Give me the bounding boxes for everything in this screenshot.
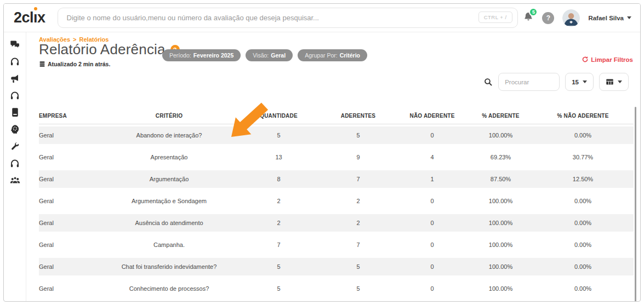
cell-nao-aderente: 0 xyxy=(395,198,469,204)
cell-empresa: Geral xyxy=(39,285,102,292)
chat-icon xyxy=(10,40,20,49)
sidebar-item-users[interactable] xyxy=(9,175,20,185)
clear-filters-button[interactable]: Limpar Filtros xyxy=(582,56,633,63)
chevron-down-icon xyxy=(627,16,631,19)
cell-nao-aderente: 1 xyxy=(395,176,469,182)
cell-empresa: Geral xyxy=(39,263,102,270)
user-name: Rafael Silva xyxy=(588,15,624,21)
filter-chips: Período:Fevereiro 2025 Visão:Geral Agrup… xyxy=(162,49,367,61)
keyboard-shortcut-hint: CTRL + / xyxy=(478,11,512,23)
cell-empresa: Geral xyxy=(39,154,102,160)
cell-empresa: Geral xyxy=(39,132,102,139)
cell-nao-aderente: 4 xyxy=(395,154,469,160)
logo-text-end: x xyxy=(37,9,45,26)
vertical-scrollbar[interactable] xyxy=(635,107,636,302)
headset-icon xyxy=(10,159,20,168)
sidebar-item-megaphone[interactable] xyxy=(9,73,20,83)
cell-criterio: Campanha. xyxy=(102,241,236,248)
col-pct-aderente[interactable]: % ADERENTE xyxy=(469,113,532,119)
table-row: Geral Argumentação 8 7 1 87.50% 12.50% xyxy=(39,168,634,190)
cell-quantidade: 5 xyxy=(236,132,321,139)
sidebar-item-automation[interactable] xyxy=(9,124,20,134)
cell-aderentes: 7 xyxy=(321,241,395,248)
columns-dropdown[interactable] xyxy=(599,73,629,91)
chip-visao[interactable]: Visão:Geral xyxy=(246,49,293,61)
user-menu[interactable]: Rafael Silva xyxy=(588,15,631,21)
logo-text: 2cl xyxy=(14,9,33,26)
page-size-dropdown[interactable]: 15 xyxy=(565,73,594,91)
chip-periodo[interactable]: Período:Fevereiro 2025 xyxy=(162,49,241,61)
cell-pct-aderente: 100.00% xyxy=(469,263,532,270)
global-search-input[interactable] xyxy=(58,8,518,28)
page-size-value: 15 xyxy=(572,79,579,85)
topbar-actions: 5 ? Rafael Silva xyxy=(523,9,631,27)
cell-criterio: Apresentação xyxy=(102,154,236,160)
sidebar-item-chat[interactable] xyxy=(9,39,20,49)
col-aderentes[interactable]: ADERENTES xyxy=(321,113,395,119)
table-row: Geral Campanha. 7 7 0 100.00% 0.00% xyxy=(39,234,634,256)
chip-value: Fevereiro 2025 xyxy=(193,52,234,59)
col-quantidade[interactable]: QUANTIDADE xyxy=(236,113,321,119)
chip-value: Critério xyxy=(340,52,360,59)
chip-label: Visão: xyxy=(253,52,269,59)
sidebar-item-book[interactable] xyxy=(9,107,20,117)
cell-pct-nao-aderente: 12.50% xyxy=(532,176,634,182)
cell-quantidade: 5 xyxy=(236,285,321,292)
main-content: Avaliações > Relatórios Relatório Aderên… xyxy=(26,32,640,301)
cell-nao-aderente: 0 xyxy=(395,220,469,226)
col-pct-nao-aderente[interactable]: % NÃO ADERENTE xyxy=(532,113,634,119)
chip-value: Geral xyxy=(271,52,286,59)
cell-aderentes: 2 xyxy=(321,198,395,204)
megaphone-icon xyxy=(10,74,20,83)
chip-label: Período: xyxy=(169,52,191,59)
table-search-input[interactable] xyxy=(498,73,560,91)
sidebar-nav xyxy=(4,32,26,301)
page-title: Relatório Aderência xyxy=(39,41,166,58)
chevron-down-icon xyxy=(618,80,622,83)
help-button[interactable]: ? xyxy=(542,12,554,24)
table-row: Geral Apresentação 13 9 4 69.23% 30.77% xyxy=(39,146,634,168)
cell-quantidade: 2 xyxy=(236,198,321,204)
chevron-down-icon xyxy=(583,80,587,83)
table-controls: 15 xyxy=(483,73,629,91)
users-icon xyxy=(10,176,20,185)
cell-quantidade: 7 xyxy=(236,241,321,248)
headset-icon xyxy=(10,91,20,100)
chip-agrupar-por[interactable]: Agrupar Por:Critério xyxy=(298,49,367,61)
app-window: 2clıx CTRL + / 5 ? Rafael Silva xyxy=(3,3,641,302)
cell-criterio: Abandono de interação? xyxy=(102,132,236,139)
aderencia-table: EMPRESA CRITÉRIO QUANTIDADE ADERENTES NÃ… xyxy=(39,108,634,302)
head-gear-icon xyxy=(10,124,20,134)
cell-pct-nao-aderente: 0.00% xyxy=(532,198,634,204)
last-updated-text: Atualizado 2 min atrás. xyxy=(48,61,110,67)
cell-pct-aderente: 100.00% xyxy=(469,220,532,226)
cell-quantidade: 8 xyxy=(236,176,321,182)
cell-pct-aderente: 100.00% xyxy=(469,285,532,292)
cell-pct-nao-aderente: 0.00% xyxy=(532,220,634,226)
sidebar-item-headset-2[interactable] xyxy=(9,90,20,100)
cell-quantidade: 2 xyxy=(236,220,321,226)
table-grid-icon xyxy=(606,78,614,85)
table-row: Geral Conhecimento de processos? 5 5 0 1… xyxy=(39,278,634,300)
sidebar-item-headset-1[interactable] xyxy=(9,56,20,66)
table-row: Geral Argumentação e Sondagem 2 2 0 100.… xyxy=(39,190,634,212)
cell-empresa: Geral xyxy=(39,241,102,248)
sidebar-item-tools[interactable] xyxy=(9,141,20,151)
user-avatar[interactable] xyxy=(562,9,580,27)
clear-filters-label: Limpar Filtros xyxy=(591,56,633,63)
col-criterio[interactable]: CRITÉRIO xyxy=(102,113,236,119)
avatar-image xyxy=(562,9,580,27)
sidebar-item-headset-3[interactable] xyxy=(9,158,20,168)
table-row: Geral Ausência do atendimento 2 2 0 100.… xyxy=(39,212,634,234)
cell-pct-aderente: 100.00% xyxy=(469,132,532,139)
col-empresa[interactable]: EMPRESA xyxy=(39,113,102,119)
headset-icon xyxy=(10,57,20,66)
wrench-icon xyxy=(10,142,20,151)
book-icon xyxy=(11,107,19,117)
search-icon xyxy=(483,77,493,87)
notifications-button[interactable]: 5 xyxy=(523,11,534,25)
cell-pct-aderente: 100.00% xyxy=(469,241,532,248)
logo[interactable]: 2clıx xyxy=(14,9,45,26)
col-nao-aderente[interactable]: NÃO ADERENTE xyxy=(395,113,469,119)
cell-empresa: Geral xyxy=(39,176,102,182)
